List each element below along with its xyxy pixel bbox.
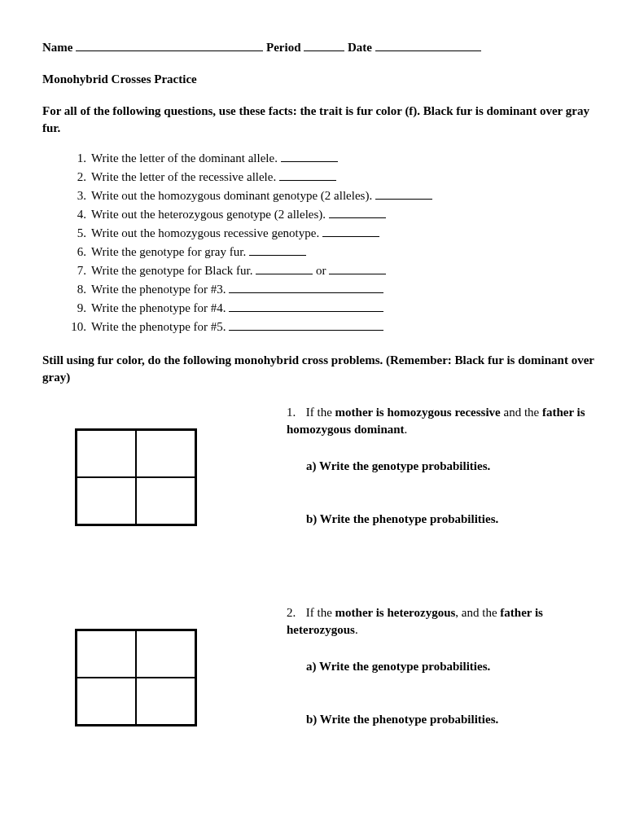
punnett-cell[interactable] [136, 630, 195, 678]
q-text: Write the genotype for gray fur. [91, 245, 246, 258]
problem-suffix: . [355, 623, 358, 636]
q-text: Write the phenotype for #4. [91, 301, 226, 314]
name-label: Name [42, 41, 73, 54]
problem-bold: mother is homozygous recessive [335, 406, 501, 419]
period-label: Period [266, 41, 301, 54]
problem-mid: , and the [455, 606, 500, 619]
or-text: or [316, 264, 326, 277]
q-text: Write the letter of the recessive allele… [91, 170, 276, 183]
answer-blank[interactable] [229, 320, 383, 331]
q-text: Write the phenotype for #5. [91, 320, 226, 333]
problem-num: 1. [287, 404, 303, 421]
punnett-cell[interactable] [77, 477, 136, 525]
answer-blank[interactable] [322, 226, 379, 238]
punnett-cell[interactable] [77, 630, 136, 678]
q-num: 5. [70, 225, 86, 242]
answer-blank[interactable] [279, 170, 336, 182]
date-label: Date [348, 41, 372, 54]
punnett-cell[interactable] [77, 678, 136, 725]
sub-question-a: a) Write the genotype probabilities. [306, 658, 602, 675]
header-line: Name Period Date [42, 39, 602, 56]
question-item: 4. Write out the heterozygous genotype (… [91, 206, 602, 223]
q-num: 2. [70, 169, 86, 186]
sub-question-a: a) Write the genotype probabilities. [306, 458, 602, 475]
answer-blank[interactable] [375, 189, 432, 200]
problem-row: 2. If the mother is heterozygous, and th… [42, 604, 602, 764]
question-item: 7. Write the genotype for Black fur. or [91, 262, 602, 279]
section-header: Still using fur color, do the following … [42, 352, 602, 386]
problem-prefix: If the [306, 406, 335, 419]
question-item: 10. Write the phenotype for #5. [91, 318, 602, 336]
sub-question-b: b) Write the phenotype probabilities. [306, 511, 602, 528]
question-item: 8. Write the phenotype for #3. [91, 281, 602, 298]
question-item: 2. Write the letter of the recessive all… [91, 169, 602, 186]
problem-bold: mother is heterozygous [335, 606, 456, 619]
q-num: 4. [70, 206, 86, 223]
worksheet-title: Monohybrid Crosses Practice [42, 71, 602, 88]
punnett-square[interactable] [75, 428, 197, 526]
punnett-container [42, 404, 278, 526]
period-blank[interactable] [304, 41, 344, 52]
q-text: Write the phenotype for #3. [91, 283, 226, 296]
question-item: 1. Write the letter of the dominant alle… [91, 150, 602, 167]
q-num: 7. [70, 262, 86, 279]
answer-blank[interactable] [229, 283, 383, 294]
q-num: 8. [70, 281, 86, 298]
punnett-square[interactable] [75, 629, 197, 726]
q-text: Write out the heterozygous genotype (2 a… [91, 208, 326, 221]
problem-text: 1. If the mother is homozygous recessive… [287, 404, 602, 438]
answer-blank[interactable] [229, 301, 383, 313]
q-text: Write out the homozygous recessive genot… [91, 226, 319, 239]
q-text: Write out the homozygous dominant genoty… [91, 189, 372, 202]
name-blank[interactable] [76, 41, 263, 52]
q-num: 10. [70, 318, 86, 336]
date-blank[interactable] [375, 41, 481, 52]
q-num: 1. [70, 150, 86, 167]
punnett-cell[interactable] [136, 678, 195, 725]
answer-blank[interactable] [256, 264, 313, 275]
sub-question-b: b) Write the phenotype probabilities. [306, 711, 602, 728]
answer-blank[interactable] [249, 245, 306, 257]
answer-blank[interactable] [281, 151, 338, 163]
q-num: 9. [70, 300, 86, 317]
punnett-cell[interactable] [136, 430, 195, 477]
problem-num: 2. [287, 604, 303, 621]
question-item: 5. Write out the homozygous recessive ge… [91, 225, 602, 242]
q-text: Write the letter of the dominant allele. [91, 151, 278, 165]
q-num: 6. [70, 244, 86, 261]
question-item: 6. Write the genotype for gray fur. [91, 244, 602, 261]
problem-mid: and the [501, 406, 542, 419]
problem-content: 2. If the mother is heterozygous, and th… [278, 604, 602, 764]
punnett-cell[interactable] [77, 430, 136, 477]
answer-blank[interactable] [329, 264, 386, 275]
problem-prefix: If the [306, 606, 335, 619]
punnett-container [42, 604, 278, 726]
problem-row: 1. If the mother is homozygous recessive… [42, 404, 602, 564]
punnett-cell[interactable] [136, 477, 195, 525]
problem-content: 1. If the mother is homozygous recessive… [278, 404, 602, 564]
question-item: 3. Write out the homozygous dominant gen… [91, 187, 602, 204]
question-item: 9. Write the phenotype for #4. [91, 300, 602, 317]
instructions: For all of the following questions, use … [42, 103, 602, 137]
answer-blank[interactable] [329, 208, 386, 219]
problem-text: 2. If the mother is heterozygous, and th… [287, 604, 602, 639]
problem-suffix: . [405, 423, 408, 436]
q-num: 3. [70, 187, 86, 204]
question-list: 1. Write the letter of the dominant alle… [42, 150, 602, 336]
q-text: Write the genotype for Black fur. [91, 264, 253, 277]
